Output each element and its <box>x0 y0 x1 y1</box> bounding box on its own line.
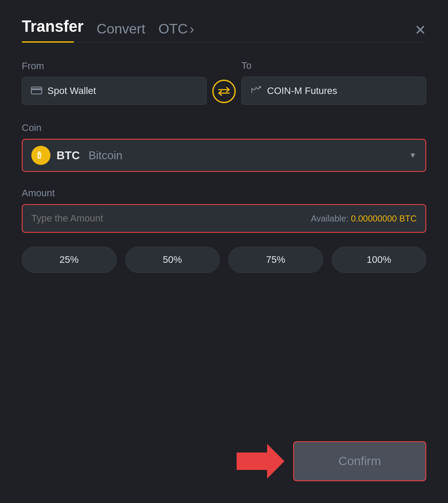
from-label: From <box>22 60 207 72</box>
svg-rect-0 <box>31 87 42 94</box>
percentage-row: 25% 50% 75% 100% <box>22 247 426 273</box>
to-wallet-name: COIN-M Futures <box>267 85 337 97</box>
pct-75-button[interactable]: 75% <box>228 247 323 273</box>
transfer-modal: Transfer Convert OTC › ✕ From Spot Walle… <box>0 0 448 503</box>
tab-transfer[interactable]: Transfer <box>22 17 84 41</box>
pct-25-button[interactable]: 25% <box>22 247 117 273</box>
coin-symbol: BTC <box>57 149 80 162</box>
to-label: To <box>241 60 426 71</box>
from-wallet-name: Spot Wallet <box>47 85 96 97</box>
tab-row: Transfer Convert OTC › ✕ <box>22 17 426 43</box>
to-wallet-selector[interactable]: COIN-M Futures <box>241 77 426 105</box>
from-section: From Spot Wallet <box>22 60 207 105</box>
chevron-down-icon: ▼ <box>409 151 417 160</box>
pct-50-button[interactable]: 50% <box>125 247 220 273</box>
amount-label: Amount <box>22 188 55 198</box>
to-section: To COIN-M Futures <box>241 60 426 105</box>
futures-icon <box>251 85 262 97</box>
confirm-button[interactable]: Confirm <box>293 441 426 481</box>
available-text: Available: 0.00000000 BTC <box>311 214 417 224</box>
btc-icon: ₿ <box>31 146 50 165</box>
svg-rect-1 <box>31 88 42 90</box>
coin-section: Coin ₿ BTC Bitcoin ▼ <box>22 122 426 172</box>
from-wallet-selector[interactable]: Spot Wallet <box>22 77 207 105</box>
tab-otc[interactable]: OTC › <box>158 21 194 42</box>
arrow-right-icon <box>237 444 284 479</box>
swap-button-wrapper <box>207 80 241 105</box>
amount-input[interactable] <box>31 213 311 224</box>
close-button[interactable]: ✕ <box>415 23 426 42</box>
confirm-row: Confirm <box>22 441 426 481</box>
coin-name: Bitcoin <box>88 149 122 162</box>
coin-selector[interactable]: ₿ BTC Bitcoin ▼ <box>22 139 426 172</box>
swap-button[interactable] <box>212 80 236 103</box>
svg-marker-3 <box>237 444 284 479</box>
coin-label: Coin <box>22 122 41 133</box>
available-value: 0.00000000 BTC <box>351 214 417 223</box>
pct-100-button[interactable]: 100% <box>332 247 427 273</box>
active-underline <box>22 41 74 43</box>
amount-input-wrapper: Available: 0.00000000 BTC <box>22 204 426 233</box>
from-to-row: From Spot Wallet To <box>22 60 426 105</box>
svg-text:₿: ₿ <box>37 151 41 160</box>
amount-section: Amount Available: 0.00000000 BTC <box>22 188 426 233</box>
wallet-card-icon <box>31 86 42 97</box>
arrow-wrapper <box>153 444 293 479</box>
tab-convert[interactable]: Convert <box>97 21 145 42</box>
